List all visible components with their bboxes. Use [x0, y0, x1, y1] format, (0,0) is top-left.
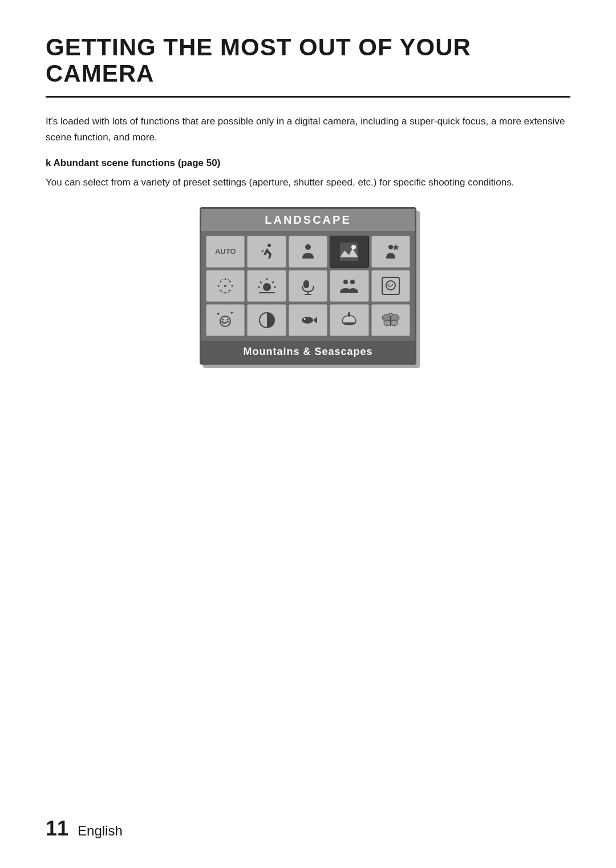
video-icon — [298, 276, 318, 296]
page-footer: 11 English — [46, 817, 123, 841]
svg-point-33 — [388, 284, 390, 285]
svg-point-37 — [227, 318, 229, 320]
scene-smile-wide[interactable]: ✦ ✦ — [206, 304, 245, 336]
scene-video[interactable] — [289, 270, 327, 302]
scene-sunset[interactable] — [247, 270, 286, 302]
svg-marker-42 — [313, 317, 317, 324]
section-heading: k Abundant scene functions (page 50) — [46, 158, 570, 169]
fireworks-icon — [215, 276, 236, 296]
fish-icon — [298, 310, 318, 330]
scene-halfmoon[interactable] — [247, 304, 286, 336]
scene-fireworks[interactable] — [206, 270, 245, 302]
svg-point-18 — [228, 292, 229, 293]
camera-screen-wrapper: LANDSCAPE AUTO — [46, 207, 570, 365]
svg-point-10 — [229, 289, 231, 291]
scene-landscape[interactable] — [330, 236, 368, 268]
svg-point-19 — [263, 283, 271, 291]
page-language: English — [78, 823, 123, 839]
svg-point-30 — [350, 280, 355, 284]
smile-wide-icon: ✦ ✦ — [215, 310, 236, 330]
svg-rect-26 — [303, 280, 309, 288]
auto-label: AUTO — [215, 247, 236, 256]
scene-smile[interactable] — [371, 270, 410, 302]
scene-star[interactable] — [371, 236, 410, 268]
svg-point-0 — [268, 244, 271, 247]
svg-point-11 — [225, 278, 226, 280]
screen-title: LANDSCAPE — [265, 213, 351, 226]
page-title: GETTING THE MOST OUT OF YOUR CAMERA — [46, 34, 570, 98]
svg-point-29 — [343, 280, 348, 284]
halfmoon-icon — [257, 310, 277, 330]
svg-point-48 — [384, 320, 391, 326]
svg-point-36 — [222, 318, 224, 320]
scene-butterfly[interactable] — [371, 304, 410, 336]
svg-point-43 — [303, 318, 305, 320]
screen-bottom-text: Mountains & Seascapes — [243, 346, 372, 357]
sunset-icon — [257, 276, 277, 296]
camera-screen: LANDSCAPE AUTO — [200, 207, 416, 365]
scene-action[interactable] — [247, 236, 286, 268]
page-number: 11 — [46, 817, 68, 841]
svg-text:✦: ✦ — [216, 312, 220, 317]
svg-marker-5 — [392, 244, 399, 251]
butterfly-icon — [380, 310, 401, 330]
svg-point-6 — [224, 285, 226, 287]
food-icon — [339, 310, 359, 330]
group-icon — [339, 276, 359, 296]
svg-text:✦: ✦ — [230, 310, 234, 316]
svg-point-4 — [388, 245, 393, 249]
svg-point-8 — [229, 280, 231, 282]
svg-point-12 — [225, 292, 226, 293]
svg-point-13 — [218, 285, 220, 286]
svg-point-1 — [305, 244, 311, 250]
svg-point-9 — [220, 289, 222, 291]
svg-line-22 — [272, 281, 274, 283]
page-content: GETTING THE MOST OUT OF YOUR CAMERA It's… — [0, 0, 616, 422]
svg-line-21 — [260, 281, 262, 283]
scene-food[interactable] — [330, 304, 368, 336]
screen-bottom-bar: Mountains & Seascapes — [201, 341, 415, 363]
smile-icon — [380, 276, 401, 296]
svg-point-14 — [232, 285, 233, 286]
scene-group[interactable] — [330, 270, 368, 302]
portrait-icon — [298, 241, 318, 262]
screen-title-bar: LANDSCAPE — [201, 209, 415, 231]
scene-portrait[interactable] — [289, 236, 327, 268]
section-body: You can select from a variety of preset … — [46, 175, 570, 190]
svg-point-3 — [351, 245, 356, 249]
screen-grid: AUTO — [201, 231, 415, 341]
svg-point-35 — [220, 316, 230, 326]
svg-point-15 — [222, 279, 223, 280]
scene-fish[interactable] — [289, 304, 327, 336]
landscape-icon — [339, 241, 359, 262]
svg-rect-45 — [348, 312, 350, 317]
action-icon — [257, 241, 277, 262]
svg-point-7 — [220, 280, 222, 282]
svg-point-17 — [222, 292, 223, 293]
svg-point-32 — [386, 281, 395, 290]
svg-point-16 — [228, 279, 229, 280]
intro-text: It's loaded with lots of functions that … — [46, 114, 570, 144]
svg-rect-2 — [340, 243, 358, 261]
star-icon — [380, 241, 401, 262]
svg-point-34 — [392, 284, 393, 285]
scene-auto[interactable]: AUTO — [206, 236, 245, 268]
svg-point-49 — [391, 320, 398, 326]
svg-point-41 — [302, 317, 313, 324]
